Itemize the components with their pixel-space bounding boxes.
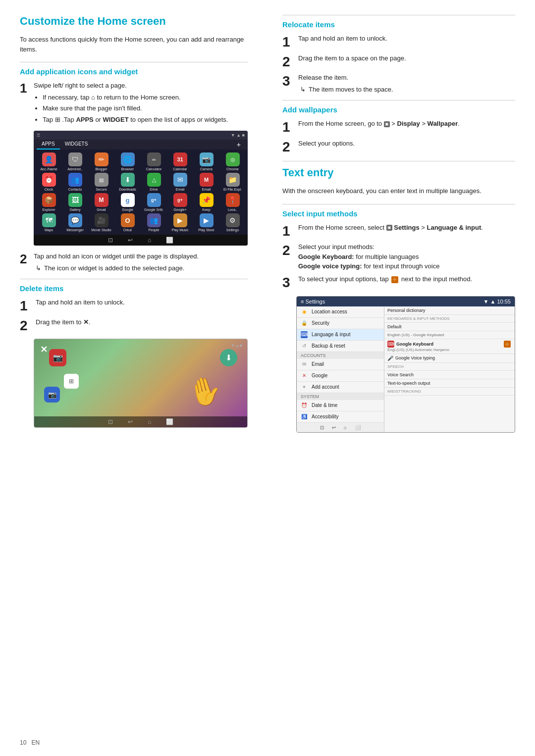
reloc-step-2: 2 Drag the item to a space on the page. bbox=[282, 53, 515, 70]
backup-label: Backup & reset bbox=[312, 343, 345, 349]
del-app-icon3: 📷 bbox=[44, 387, 60, 403]
ss-row-security: 🔒 Security bbox=[297, 318, 384, 329]
reloc-step-1-text: Tap and hold an item to unlock. bbox=[298, 34, 515, 44]
sel-step-2-text: Select your input methods: Google Keyboa… bbox=[298, 242, 515, 271]
bullet-3: Tap ⊞ .Tap APPS or WIDGET to open the li… bbox=[43, 115, 248, 125]
select-input-title: Select input methods bbox=[282, 209, 515, 218]
ss-personal-dict: Personal dictionary bbox=[384, 306, 515, 315]
addacct-label: Add account bbox=[312, 384, 339, 390]
wall-num-1: 1 bbox=[282, 119, 298, 136]
del-step-2: 2 Drag the item to ✕. bbox=[20, 317, 248, 334]
sc-home-btn2: ⌂ bbox=[148, 237, 151, 244]
reloc-num-1: 1 bbox=[282, 34, 298, 50]
voice-icon: 🎤 bbox=[387, 355, 393, 361]
sel-step-1-text: From the Home screen, select ▣ Settings … bbox=[298, 223, 515, 233]
sc-bottombar: ⊡ ↩ ⌂ ⬜ bbox=[34, 235, 248, 246]
text-entry-intro: With the onscreen keyboard, you can ente… bbox=[282, 186, 515, 196]
app-mail: MGmail bbox=[89, 193, 113, 211]
relocate-title: Relocate items bbox=[282, 20, 515, 29]
ss-row-email: ✉ Email bbox=[297, 359, 384, 370]
right-divider-1 bbox=[282, 15, 515, 15]
wallpaper-steps: 1 From the Home screen, go to ▣ > Displa… bbox=[282, 119, 515, 155]
accessibility-label: Accessibility bbox=[312, 414, 338, 419]
sel-step-1: 1 From the Home screen, select ▣ Setting… bbox=[282, 223, 515, 240]
app-drive: △Drive bbox=[142, 173, 166, 191]
ss-google-kbd: ⌨ Google Keyboard ⊹ Engl.(US) (US) Autom… bbox=[384, 339, 515, 354]
delete-screenshot: ✕ ▼▲■ ✋ 📷 ⬇ ⊞ 📷 ⊡ ↩ ⌂ ⬜ bbox=[34, 339, 248, 428]
app-playstore: ▶Play Store bbox=[194, 213, 218, 232]
step-2-text: Tap and hold an icon or widget until the… bbox=[34, 252, 199, 260]
del-bottombar: ⊡ ↩ ⌂ ⬜ bbox=[34, 416, 247, 427]
left-column: Customize the Home screen To access func… bbox=[20, 15, 258, 434]
app-google: gGoogle bbox=[115, 193, 140, 211]
ss-padding bbox=[384, 396, 515, 403]
sel-num-3: 3 bbox=[282, 274, 298, 291]
ss-default-sub: English (US) - Google Keyboard bbox=[384, 331, 515, 339]
reloc-step-1: 1 Tap and hold an item to unlock. bbox=[282, 34, 515, 50]
sc-tab-widgets[interactable]: WIDGETS bbox=[60, 140, 93, 150]
location-label: Location access bbox=[312, 309, 347, 314]
del-sc-status: ▼▲■ bbox=[231, 343, 242, 348]
add-icons-steps: 1 Swipe left/ right to select a page. If… bbox=[20, 81, 248, 126]
x-mark: ✕ bbox=[40, 344, 48, 355]
reloc-step-3: 3 Release the item. ↳ The item moves to … bbox=[282, 73, 515, 94]
step-2-content: Tap and hold an icon or widget until the… bbox=[34, 252, 248, 273]
app-calc: ═Calculator bbox=[142, 152, 166, 171]
del-app-icon2: ⬇ bbox=[220, 349, 237, 366]
sc-add-btn[interactable]: + bbox=[233, 140, 245, 150]
reloc-step-2-text: Drag the item to a space on the page. bbox=[298, 53, 515, 63]
app-email: ✉Email bbox=[168, 173, 192, 191]
app-accs: 👤Acc./Name bbox=[37, 152, 61, 171]
sc-apps-grid: 👤Acc./Name 🛡Administ.. ✏Blogger 🌐Browser… bbox=[34, 150, 248, 235]
step-2-arrow-text: The icon or widget is added to the selec… bbox=[44, 263, 184, 273]
ss-nav-3: ⌂ bbox=[344, 425, 347, 430]
app-blogger: ✏Blogger bbox=[89, 152, 113, 171]
app-calendar: 31Calendar bbox=[168, 152, 192, 171]
kbd-icon: ⌨ bbox=[387, 341, 394, 348]
ss-title: ≡ Settings bbox=[301, 299, 325, 304]
ss-tts: Text-to-speech output bbox=[384, 379, 515, 388]
app-people: 👥People bbox=[142, 213, 166, 232]
app-googlesrtt: g+Google Srtti. bbox=[142, 193, 166, 211]
app-gallery: 🖼Gallery bbox=[63, 193, 87, 211]
wall-step-1: 1 From the Home screen, go to ▣ > Displa… bbox=[282, 119, 515, 136]
accessibility-icon: ♿ bbox=[301, 413, 308, 420]
ss-status: ▼ ▲ 10:55 bbox=[483, 299, 511, 304]
app-clock: ⏰Clock bbox=[37, 173, 61, 191]
app-settings: ⚙Settings bbox=[220, 213, 245, 232]
datetime-label: Date & time bbox=[312, 403, 337, 408]
backup-icon: ↺ bbox=[301, 343, 308, 350]
text-entry-title: Text entry bbox=[282, 166, 515, 181]
del-num-1: 1 bbox=[20, 298, 36, 314]
relocate-steps: 1 Tap and hold an item to unlock. 2 Drag… bbox=[282, 34, 515, 94]
step-1-content: Swipe left/ right to select a page. If n… bbox=[34, 81, 248, 126]
email-label: Email bbox=[312, 361, 324, 367]
sc-tab-apps[interactable]: APPS bbox=[37, 140, 60, 150]
divider-2 bbox=[20, 279, 248, 279]
sc-status-icons: ▼ ▲ ■ bbox=[231, 133, 245, 138]
app-browser: 🌐Browser bbox=[115, 152, 140, 171]
ss-row-google: ✕ Google bbox=[297, 370, 384, 382]
step-num-2: 2 bbox=[20, 252, 34, 267]
sc-tabs: APPS WIDGETS + bbox=[34, 140, 248, 150]
reloc-arrow-text: The item moves to the space. bbox=[309, 85, 393, 95]
sel-step-2: 2 Select your input methods: Google Keyb… bbox=[282, 242, 515, 271]
voice-label: Google Voice typing bbox=[395, 355, 435, 360]
sc-menu-icon: ☰ bbox=[37, 133, 40, 138]
ss-left-panel: ◉ Location access 🔒 Security ⌨ Language … bbox=[297, 306, 384, 432]
right-divider-2 bbox=[282, 100, 515, 101]
settings-screenshot: ≡ Settings ▼ ▲ 10:55 ◉ Location access 🔒… bbox=[296, 296, 515, 433]
ss-voice-search: Voice Search bbox=[384, 371, 515, 379]
ss-right-panel: Personal dictionary KEYBOARDS & INPUT ME… bbox=[384, 306, 515, 432]
ss-row-backup: ↺ Backup & reset bbox=[297, 341, 384, 352]
app-contacts: 👥Contacts bbox=[63, 173, 87, 191]
settings-icon-sel: ▣ bbox=[386, 225, 392, 231]
wall-step-2: 2 Select your options. bbox=[282, 139, 515, 155]
email-icon: ✉ bbox=[301, 361, 308, 368]
del-home-btn: ⊡ bbox=[108, 418, 113, 425]
sel-step-3: 3 To select your input options, tap ⊹ ne… bbox=[282, 274, 515, 291]
app-downloads: ⬇Downloads bbox=[115, 173, 140, 191]
hand-icon: ✋ bbox=[185, 371, 226, 411]
app-device: ▤Secure bbox=[89, 173, 113, 191]
add-icons-title: Add application icons and widget bbox=[20, 67, 248, 76]
